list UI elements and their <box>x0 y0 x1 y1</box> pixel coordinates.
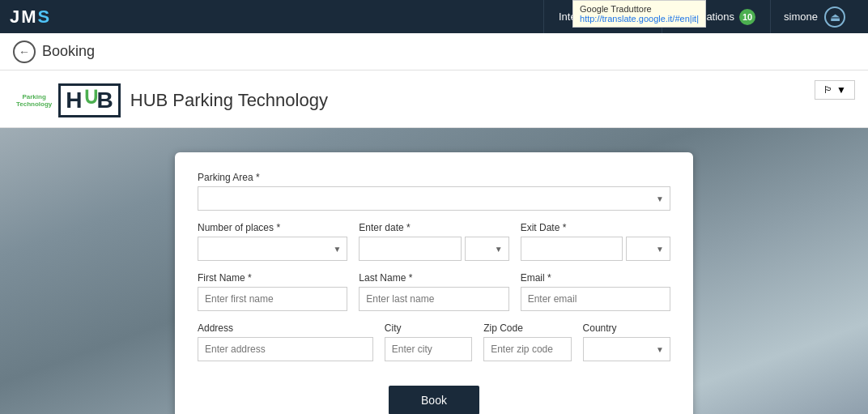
city-input[interactable] <box>385 337 472 361</box>
address-input[interactable] <box>198 337 373 361</box>
parking-area-row: Parking Area * <box>198 172 670 211</box>
last-name-label: Last Name * <box>359 272 508 284</box>
zip-input[interactable] <box>483 337 571 361</box>
company-logo: ParkingTechnology H ∪ B <box>16 83 121 117</box>
city-row: City <box>385 322 472 361</box>
parking-tech-label: ParkingTechnology <box>16 93 52 108</box>
tooltip-title: Google Traduttore <box>580 4 699 14</box>
country-select-wrapper <box>583 337 670 361</box>
country-row: Country <box>583 322 670 361</box>
hub-u-letter: ∪ <box>83 83 100 109</box>
email-label: Email * <box>521 272 670 284</box>
address-row: Address City Zip Code Country <box>198 322 670 373</box>
email-row: Email * <box>521 272 670 311</box>
breadcrumb-bar: ← Booking <box>0 33 868 70</box>
back-button[interactable]: ← <box>13 41 36 63</box>
first-name-label: First Name * <box>198 272 347 284</box>
num-places-select[interactable] <box>198 237 347 261</box>
logo-text: JMS <box>10 6 51 28</box>
user-nav-item[interactable]: simone ⏏ <box>770 0 858 33</box>
enter-time-select-wrapper <box>465 237 509 261</box>
enter-date-label: Enter date * <box>359 222 508 233</box>
exit-time-select[interactable] <box>626 237 670 261</box>
main-content: Parking Area * Number of places * Enter … <box>0 128 868 414</box>
company-name: HUB Parking Technology <box>130 90 328 111</box>
hub-b-letter: B <box>97 87 113 113</box>
name-email-row: First Name * Last Name * Email * <box>198 272 670 322</box>
lang-flag: 🏳 <box>823 84 833 96</box>
exit-time-select-wrapper <box>626 237 670 261</box>
google-tooltip: Google Traduttore http://translate.googl… <box>572 0 706 28</box>
date-row: Number of places * Enter date * <box>198 222 670 272</box>
back-arrow-icon: ← <box>19 45 30 58</box>
notifications-badge: 10 <box>739 9 755 25</box>
parking-area-select-wrapper <box>198 186 670 211</box>
num-places-select-wrapper <box>198 237 347 261</box>
zip-label: Zip Code <box>483 322 571 334</box>
enter-date-pair <box>359 237 508 261</box>
city-label: City <box>385 322 472 334</box>
enter-date-row: Enter date * <box>359 222 508 261</box>
header: JMS Google Traduttore http://translate.g… <box>0 0 868 33</box>
email-input[interactable] <box>521 287 670 311</box>
address-label: Address <box>198 322 373 334</box>
tooltip-url[interactable]: http://translate.google.it/#en|it| <box>580 14 699 23</box>
first-name-input[interactable] <box>198 287 347 311</box>
book-button[interactable]: Book <box>389 386 479 414</box>
address-field-row: Address <box>198 322 373 361</box>
logout-icon[interactable]: ⏏ <box>824 6 845 28</box>
page-title: Booking <box>42 43 95 60</box>
last-name-input[interactable] <box>359 287 508 311</box>
country-select[interactable] <box>583 337 670 361</box>
num-places-label: Number of places * <box>198 222 347 233</box>
hub-u-space: ∪ <box>83 92 97 109</box>
exit-date-label: Exit Date * <box>521 222 670 233</box>
hub-box: H ∪ B <box>58 83 120 117</box>
exit-date-pair <box>521 237 670 261</box>
first-name-row: First Name * <box>198 272 347 311</box>
parking-area-label: Parking Area * <box>198 172 670 183</box>
language-button[interactable]: 🏳 ▼ <box>815 80 855 100</box>
enter-time-select[interactable] <box>465 237 509 261</box>
company-header: ParkingTechnology H ∪ B HUB Parking Tech… <box>0 70 868 128</box>
chevron-down-icon: ▼ <box>836 84 846 96</box>
booking-form-card: Parking Area * Number of places * Enter … <box>175 152 693 414</box>
hub-h-letter: H <box>66 87 82 113</box>
country-label: Country <box>583 322 670 334</box>
parking-area-select[interactable] <box>198 186 670 211</box>
exit-date-row: Exit Date * <box>521 222 670 261</box>
logo: JMS <box>10 6 51 28</box>
zip-row: Zip Code <box>483 322 571 361</box>
exit-date-input[interactable] <box>521 237 623 261</box>
last-name-row: Last Name * <box>359 272 508 311</box>
num-places-row: Number of places * <box>198 222 347 261</box>
username-label: simone <box>784 11 818 23</box>
enter-date-input[interactable] <box>359 237 461 261</box>
